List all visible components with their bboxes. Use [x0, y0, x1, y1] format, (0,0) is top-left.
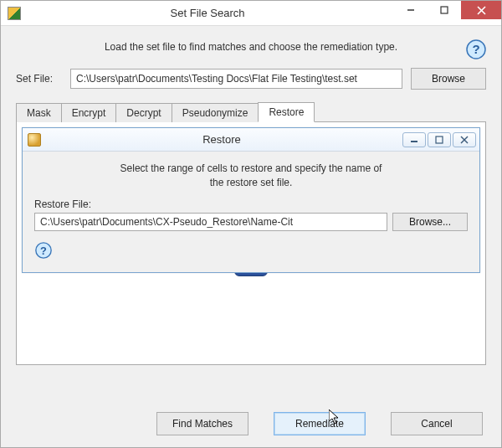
- cancel-button[interactable]: Cancel: [391, 412, 483, 435]
- restore-file-label: Restore File:: [34, 198, 468, 210]
- footer: Find Matches Remediate Cancel: [1, 400, 501, 447]
- svg-rect-1: [441, 7, 448, 13]
- restore-browse-button[interactable]: Browse...: [392, 213, 468, 231]
- restore-file-row: Browse...: [34, 213, 468, 231]
- restore-desc-line1: Select the range of cells to restore and…: [120, 162, 382, 174]
- intro-text: Load the set file to find matches and ch…: [105, 41, 397, 53]
- tabstrip: Mask Encrypt Decrypt Pseudonymize Restor…: [16, 101, 486, 122]
- tab-mask[interactable]: Mask: [16, 103, 62, 122]
- restore-panel-icon: [28, 133, 41, 147]
- setfile-row: Set File: Browse: [16, 68, 486, 90]
- browse-button[interactable]: Browse: [411, 68, 486, 90]
- setfile-input[interactable]: [70, 69, 402, 89]
- find-matches-button[interactable]: Find Matches: [156, 412, 248, 435]
- tab-body: Restore Select: [16, 122, 486, 365]
- restore-title: Restore: [41, 133, 402, 146]
- intro-row: Load the set file to find matches and ch…: [16, 41, 486, 53]
- svg-rect-7: [436, 136, 443, 143]
- maximize-button[interactable]: [428, 1, 461, 19]
- svg-text:?: ?: [40, 244, 47, 256]
- restore-window-controls: [402, 132, 476, 147]
- help-icon[interactable]: ?: [466, 39, 486, 59]
- restore-maximize-button[interactable]: [428, 132, 451, 147]
- restore-body: Select the range of cells to restore and…: [23, 152, 479, 272]
- restore-close-button[interactable]: [453, 132, 476, 147]
- restore-help-icon[interactable]: ?: [34, 241, 468, 262]
- svg-rect-6: [411, 141, 417, 142]
- tab-pseudonymize[interactable]: Pseudonymize: [172, 103, 259, 122]
- remediate-button[interactable]: Remediate: [274, 412, 366, 435]
- tab-restore[interactable]: Restore: [258, 102, 315, 122]
- titlebar: Set File Search: [1, 1, 501, 26]
- restore-description: Select the range of cells to restore and…: [34, 162, 468, 190]
- window-title: Set File Search: [21, 7, 394, 19]
- restore-minimize-button[interactable]: [402, 132, 426, 147]
- tab-encrypt[interactable]: Encrypt: [61, 103, 117, 122]
- setfile-label: Set File:: [16, 73, 62, 85]
- close-button[interactable]: [461, 1, 501, 19]
- restore-file-input[interactable]: [34, 213, 387, 231]
- content-area: Load the set file to find matches and ch…: [1, 26, 501, 400]
- window-controls: [394, 1, 501, 25]
- restore-desc-line2: the restore set file.: [210, 177, 293, 188]
- restore-panel: Restore Select: [22, 127, 480, 273]
- main-window: Set File Search Load the set file to fin…: [0, 0, 502, 448]
- minimize-button[interactable]: [394, 1, 428, 19]
- svg-text:?: ?: [472, 42, 479, 56]
- tab-decrypt[interactable]: Decrypt: [115, 103, 172, 122]
- restore-titlebar: Restore: [23, 128, 479, 152]
- app-icon: [8, 7, 21, 20]
